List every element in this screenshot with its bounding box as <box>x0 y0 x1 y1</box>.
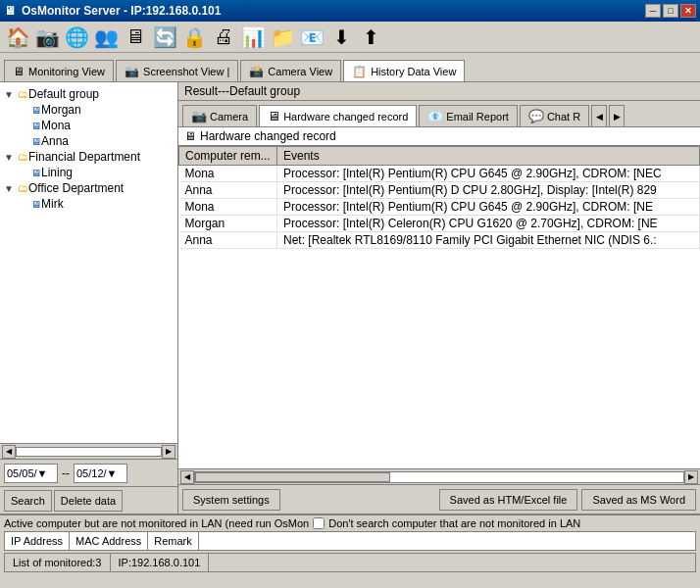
screenshot-tab-icon: 📷 <box>125 65 139 78</box>
toolbar-network[interactable]: 🌐 <box>63 24 90 50</box>
delete-data-button[interactable]: Delete data <box>54 490 123 512</box>
scroll-right-arrow[interactable]: ▶ <box>162 445 175 459</box>
scroll-left-arrow[interactable]: ◀ <box>2 445 16 459</box>
window-title: OsMonitor Server - IP:192.168.0.101 <box>22 4 221 18</box>
server-ip: IP:192.168.0.101 <box>111 554 210 571</box>
left-panel: ▼ 🗂 Default group 🖥 Morgan 🖥 Mona 🖥 Anna <box>0 82 178 514</box>
cell-events-4: Processor: [Intel(R) Celeron(R) CPU G162… <box>277 216 700 232</box>
tree-node-anna[interactable]: 🖥 Anna <box>2 133 175 149</box>
save-word-button[interactable]: Saved as MS Word <box>581 489 696 511</box>
tree-label-default-group: Default group <box>28 87 99 101</box>
toolbar-folder[interactable]: 📁 <box>269 24 296 50</box>
sub-tab-hardware[interactable]: 🖥 Hardware changed record <box>259 105 417 126</box>
toolbar-download[interactable]: ⬇ <box>327 24 355 50</box>
sub-tab-bar: 📷 Camera 🖥 Hardware changed record 📧 Ema… <box>178 101 700 126</box>
mac-address-col: MAC Address <box>70 532 148 550</box>
table-scroll-right[interactable]: ▶ <box>684 470 698 484</box>
start-date-input[interactable]: 05/05/▼ <box>4 464 58 483</box>
toolbar-camera[interactable]: 📷 <box>33 24 61 50</box>
toolbar-refresh[interactable]: 🔄 <box>151 24 178 50</box>
toolbar: 🏠 📷 🌐 👥 🖥 🔄 🔒 🖨 📊 📁 📧 ⬇ ⬆ <box>0 22 700 53</box>
cell-computer-1: Mona <box>179 166 277 182</box>
scroll-track[interactable] <box>16 447 162 457</box>
minimize-button[interactable]: ─ <box>645 4 661 18</box>
toolbar-monitor[interactable]: 🖥 <box>122 24 149 50</box>
pc-lining-icon: 🖥 <box>31 168 41 178</box>
tree-toggle-office: ▼ <box>4 183 18 194</box>
table-hscroll: ◀ ▶ <box>178 468 700 484</box>
end-date-input[interactable]: 05/12/▼ <box>74 464 127 483</box>
cell-events-1: Processor: [Intel(R) Pentium(R) CPU G645… <box>277 166 700 182</box>
active-checkbox[interactable] <box>313 517 325 529</box>
pc-mona-icon: 🖥 <box>31 121 41 131</box>
date-filter: 05/05/▼ -- 05/12/▼ <box>0 459 177 486</box>
table-scroll-left[interactable]: ◀ <box>180 470 194 484</box>
tab-camera[interactable]: 📸 Camera View <box>240 60 341 81</box>
remark-col: Remark <box>148 532 199 550</box>
folder-default-icon: 🗂 <box>18 88 28 100</box>
tree-node-office-dept[interactable]: ▼ 🗂 Office Department <box>2 180 175 196</box>
table-row: Morgan Processor: [Intel(R) Celeron(R) C… <box>179 216 700 232</box>
subtab-next-arrow[interactable]: ▶ <box>609 105 625 126</box>
tree-label-financial: Financial Department <box>28 150 140 164</box>
save-htm-button[interactable]: Saved as HTM/Excel file <box>439 489 578 511</box>
tab-monitoring[interactable]: 🖥 Monitoring View <box>4 60 114 81</box>
tree-node-financial-dept[interactable]: ▼ 🗂 Financial Department <box>2 149 175 165</box>
toolbar-chart[interactable]: 📊 <box>239 24 267 50</box>
tree-node-default-group[interactable]: ▼ 🗂 Default group <box>2 86 175 102</box>
monitored-count: List of monitored:3 <box>5 554 111 571</box>
toolbar-print[interactable]: 🖨 <box>210 24 237 50</box>
status-row1: Active computer but are not monitored in… <box>4 517 696 529</box>
chat-subtab-icon: 💬 <box>528 109 544 123</box>
pc-anna-icon: 🖥 <box>31 136 41 147</box>
tab-history[interactable]: 📋 History Data View <box>343 60 465 81</box>
right-panel: Result---Default group 📷 Camera 🖥 Hardwa… <box>178 82 700 514</box>
camera-tab-icon: 📸 <box>249 65 264 78</box>
tree-label-mirk: Mirk <box>41 197 64 211</box>
table-scroll-track[interactable] <box>194 471 684 483</box>
cell-computer-4: Morgan <box>179 216 277 232</box>
table-scroll[interactable]: Computer rem... Events Mona Processor: [… <box>178 146 700 468</box>
date-dash: -- <box>62 466 70 480</box>
cell-computer-3: Mona <box>179 199 277 216</box>
table-row: Mona Processor: [Intel(R) Pentium(R) CPU… <box>179 199 700 216</box>
footer-empty <box>209 554 695 571</box>
tree-node-mirk[interactable]: 🖥 Mirk <box>2 196 175 212</box>
sub-tab-email[interactable]: 📧 Email Report <box>419 105 518 126</box>
content-header: 🖥 Hardware changed record <box>178 126 700 146</box>
sub-tab-chat[interactable]: 💬 Chat R <box>520 105 589 126</box>
col-header-events: Events <box>277 147 700 166</box>
tree-node-mona[interactable]: 🖥 Mona <box>2 118 175 133</box>
active-computer-text: Active computer but are not monitored in… <box>4 517 309 529</box>
tree-label-mona: Mona <box>41 119 71 132</box>
tree-area: ▼ 🗂 Default group 🖥 Morgan 🖥 Mona 🖥 Anna <box>0 82 177 443</box>
left-action-buttons: Search Delete data <box>0 486 177 514</box>
toolbar-mail[interactable]: 📧 <box>298 24 325 50</box>
cell-events-5: Net: [Realtek RTL8169/8110 Family PCI Gi… <box>277 232 700 249</box>
tree-node-lining[interactable]: 🖥 Lining <box>2 165 175 180</box>
table-row: Anna Processor: [Intel(R) Pentium(R) D C… <box>179 182 700 199</box>
cell-events-2: Processor: [Intel(R) Pentium(R) D CPU 2.… <box>277 182 700 199</box>
toolbar-upload[interactable]: ⬆ <box>357 24 384 50</box>
table-scroll-thumb <box>195 472 390 482</box>
tree-node-morgan[interactable]: 🖥 Morgan <box>2 102 175 118</box>
app-icon: 🖥 <box>4 4 16 18</box>
folder-financial-icon: 🗂 <box>18 151 28 163</box>
content-header-icon: 🖥 <box>184 129 196 143</box>
toolbar-lock[interactable]: 🔒 <box>180 24 208 50</box>
main-tab-bar: 🖥 Monitoring View 📷 Screenshot View | 📸 … <box>0 53 700 82</box>
monitoring-tab-icon: 🖥 <box>13 65 25 78</box>
close-button[interactable]: ✕ <box>680 4 696 18</box>
restore-button[interactable]: □ <box>663 4 678 18</box>
cell-computer-5: Anna <box>179 232 277 249</box>
system-settings-button[interactable]: System settings <box>182 489 280 511</box>
search-button[interactable]: Search <box>4 490 52 512</box>
toolbar-home[interactable]: 🏠 <box>4 24 31 50</box>
toolbar-people[interactable]: 👥 <box>92 24 120 50</box>
tree-label-lining: Lining <box>41 166 73 179</box>
subtab-prev-arrow[interactable]: ◀ <box>591 105 607 126</box>
tab-screenshot[interactable]: 📷 Screenshot View | <box>116 60 238 81</box>
tree-label-morgan: Morgan <box>41 103 81 117</box>
sub-tab-camera[interactable]: 📷 Camera <box>182 105 257 126</box>
result-label: Result---Default group <box>178 82 700 101</box>
